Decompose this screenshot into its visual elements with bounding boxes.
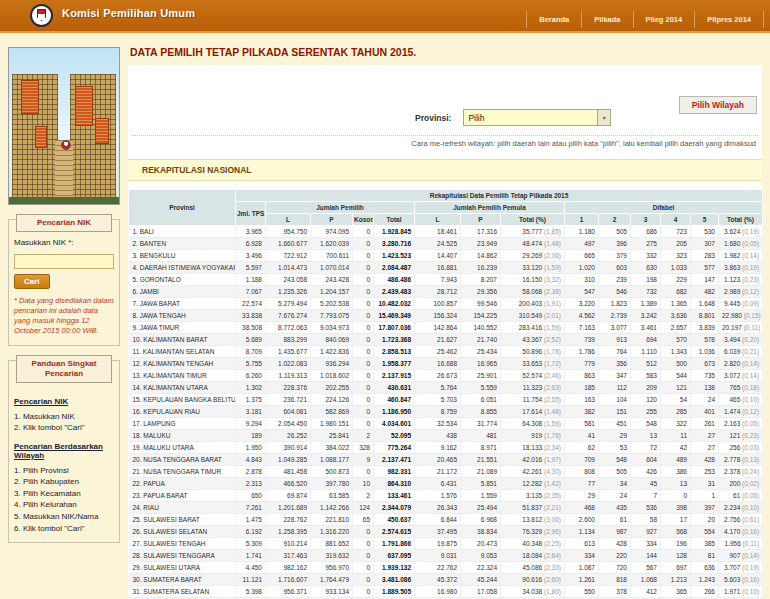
guide-step: 1. Pilih Provinsi: [14, 465, 114, 477]
table-row: 1. BALI3.965954.750974.09501.928.84518.4…: [129, 226, 763, 238]
table-row: 26. SULAWESI SELATAN6.1921.258.3951.316.…: [129, 526, 763, 538]
col-header-difabel-5: 5: [691, 214, 719, 226]
guide-step: 3. Pilih Kecamatan: [14, 488, 114, 500]
table-row: 13. KALIMANTAN TIMUR6.2601.119.3131.018.…: [129, 370, 763, 382]
table-row: 10. KALIMANTAN BARAT5.689883.299840.0690…: [129, 334, 763, 346]
guide-step: 2. Klik tombol "Cari": [14, 422, 114, 434]
table-row: 11. KALIMANTAN SELATAN8.7091.435.6771.42…: [129, 346, 763, 358]
province-label: Provinsi:: [415, 113, 451, 123]
divider: [132, 135, 758, 136]
kpu-logo-icon: [30, 4, 53, 27]
province-select[interactable]: Pilih ▾: [463, 109, 611, 126]
group-header-difabel: Difabel: [565, 202, 763, 214]
refresh-note: Cara me-refresh wilayah: pilih daerah la…: [134, 139, 756, 148]
col-header-p: P: [311, 214, 353, 226]
site-title: Komisi Pemilihan Umum: [62, 7, 195, 19]
col-header-jml-tps: Jml. TPS: [236, 202, 266, 226]
top-nav: Beranda Pilkada Pileg 2014 Pilpres 2014: [526, 11, 764, 28]
main-content: DATA PEMILIH TETAP PILKADA SERENTAK TAHU…: [128, 46, 762, 599]
table-row: 30. SUMATERA BARAT11.1211.716.6071.764.4…: [129, 574, 763, 586]
col-header-kosong: Kosong: [353, 214, 374, 226]
table-row: 5. GORONTALO1.188243.058243.4280486.4867…: [129, 274, 763, 286]
table-row: 2. BANTEN6.9281.660.6771.620.03903.280.7…: [129, 238, 763, 250]
table-row: 12. KALIMANTAN TENGAH5.7551.022.083936.2…: [129, 358, 763, 370]
nik-input-label: Masukkan NIK *:: [14, 238, 114, 247]
table-row: 24. RIAU7.2611.201.6891.142.2661242.344.…: [129, 502, 763, 514]
table-row: 27. SULAWESI TENGAH5.309910.214881.65201…: [129, 538, 763, 550]
group-header-jumlah-pemilih: Jumlah Pemilih: [266, 202, 415, 214]
nav-pilkada[interactable]: Pilkada: [581, 11, 632, 28]
dpt-table-body: 1. BALI3.965954.750974.09501.928.84518.4…: [129, 226, 763, 599]
guide-step: 2. Pilih Kabupaten: [14, 476, 114, 488]
table-row: 17. LAMPUNG9.2942.054.4501.980.15104.034…: [129, 418, 763, 430]
kpu-banner-logo: [61, 140, 71, 150]
table-row: 7. JAWA BARAT22.5745.279.4945.202.538010…: [129, 298, 763, 310]
table-row: 14. KALIMANTAN UTARA1.302228.376202.2550…: [129, 382, 763, 394]
nik-search-panel: Pencarian NIK Masukkan NIK *: Cari * Dat…: [8, 219, 120, 346]
table-row: 6. JAMBI7.0671.235.3261.204.15702.439.48…: [129, 286, 763, 298]
nav-beranda[interactable]: Beranda: [526, 11, 581, 28]
table-row: 8. JAWA TENGAH33.8387.676.2747.793.07501…: [129, 310, 763, 322]
shield-icon: [37, 9, 46, 21]
table-span-title: Rekapitulasi Data Pemilih Tetap Pilkada …: [236, 190, 763, 202]
dpt-table-header: Provinsi Rekapitulasi Data Pemilih Tetap…: [129, 190, 763, 226]
table-row: 29. SULAWESI UTARA4.450982.162956.97001.…: [129, 562, 763, 574]
nik-search-title: Pencarian NIK: [16, 214, 112, 232]
pilih-wilayah-button[interactable]: Pilih Wilayah: [679, 96, 757, 114]
table-row: 31. SUMATERA SELATAN5.398956.371933.1340…: [129, 586, 763, 598]
guide-panel: Panduan Singkat Pencarian Pencarian NIK …: [8, 360, 120, 544]
table-row: 3. BENGKULU3.496722.912700.61101.423.523…: [129, 250, 763, 262]
table-row: 4. DAERAH ISTIMEWA YOGYAKARTA5.5971.014.…: [129, 262, 763, 274]
table-row: 20. NUSA TENGGARA BARAT4.8431.049.2851.0…: [129, 454, 763, 466]
nik-input[interactable]: [14, 254, 114, 269]
table-row: 15. KEPULAUAN BANGKA BELITUNG1.375236.72…: [129, 394, 763, 406]
building-photo: [8, 47, 120, 205]
page-title: DATA PEMILIH TETAP PILKADA SERENTAK TAHU…: [130, 46, 760, 58]
nav-pilpres-2014[interactable]: Pilpres 2014: [694, 11, 764, 28]
table-row: 28. SULAWESI TENGGARA1.741317.463319.632…: [129, 550, 763, 562]
guide-link-pencarian-wilayah[interactable]: Pencarian Berdasarkan Wilayah: [14, 442, 114, 460]
dpt-table: Provinsi Rekapitulasi Data Pemilih Tetap…: [128, 189, 763, 599]
table-row: 18. MALUKU18926.25225.841252.09543848191…: [129, 430, 763, 442]
col-header-difabel-1: 1: [565, 214, 599, 226]
section-header-rekapitulasi: REKAPITULASI NASIONAL: [128, 159, 762, 181]
table-row: 19. MALUKU UTARA1.950390.914384.02232877…: [129, 442, 763, 454]
table-row: 23. PAPUA BARAT65069.87463.5852133.4611.…: [129, 490, 763, 502]
group-header-pemilih-pemula: Jumlah Pemilih Pemula: [415, 202, 565, 214]
guide-link-pencarian-nik[interactable]: Pencarian NIK: [14, 397, 68, 406]
col-header-difabel-4: 4: [661, 214, 691, 226]
guide-step: 5. Masukkan NIK/Nama: [14, 511, 114, 523]
cari-button[interactable]: Cari: [14, 274, 50, 289]
table-row: 16. KEPULAUAN RIAU3.181604.081582.86901.…: [129, 406, 763, 418]
guide-title: Panduan Singkat Pencarian: [16, 355, 112, 383]
col-header-pemula-p: P: [461, 214, 501, 226]
col-header-pemula-l: L: [415, 214, 461, 226]
guide-steps-wilayah: 1. Pilih Provinsi 2. Pilih Kabupaten 3. …: [14, 465, 114, 535]
chevron-down-icon[interactable]: ▾: [597, 110, 610, 125]
top-header: Komisi Pemilihan Umum Beranda Pilkada Pi…: [0, 0, 770, 33]
table-row: 21. NUSA TENGGARA TIMUR2.878481.458500.8…: [129, 466, 763, 478]
guide-step: 4. Pilih Kelurahan: [14, 499, 114, 511]
table-row: 22. PAPUA2.313466.520397.78010864.3106.4…: [129, 478, 763, 490]
sidebar: Pencarian NIK Masukkan NIK *: Cari * Dat…: [8, 47, 120, 543]
content-panel: Pilih Wilayah Provinsi: Pilih ▾ Cara me-…: [128, 65, 762, 599]
col-header-difabel-total-pct: Total (%): [719, 214, 763, 226]
col-header-l: L: [266, 214, 311, 226]
guide-step: 1. Masukkan NIK: [14, 411, 114, 423]
table-row: 9. JAWA TIMUR38.5088.772.0639.034.973017…: [129, 322, 763, 334]
province-filter-row: Provinsi: Pilih ▾: [128, 109, 762, 126]
col-header-total: Total: [374, 214, 415, 226]
guide-step: 6. Klik tombol "Cari": [14, 523, 114, 535]
col-header-pemula-total-pct: Total (%): [501, 214, 565, 226]
col-header-provinsi: Provinsi: [129, 190, 236, 226]
nik-search-note: * Data yang disediakan dalam pencarian i…: [14, 296, 114, 337]
nav-pileg-2014[interactable]: Pileg 2014: [633, 11, 695, 28]
col-header-difabel-2: 2: [599, 214, 631, 226]
guide-steps-nik: 1. Masukkan NIK 2. Klik tombol "Cari": [14, 411, 114, 434]
col-header-difabel-3: 3: [631, 214, 661, 226]
table-row: 25. SULAWESI BARAT1.475228.762221.810654…: [129, 514, 763, 526]
province-select-value: Pilih: [464, 113, 484, 123]
